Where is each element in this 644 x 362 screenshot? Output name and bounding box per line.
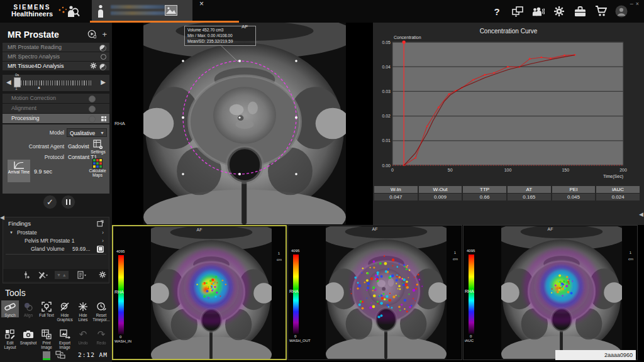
table-header: TTP	[463, 186, 506, 193]
rightpanel-collapse-icon[interactable]: ◀	[639, 211, 643, 217]
finding-row-pelvis[interactable]: Pelvis MR Prostate 1›	[3, 237, 109, 244]
iauc-map-image[interactable]	[501, 226, 622, 359]
workflow-title: MR Prostate	[8, 30, 59, 40]
ruler-value: 1	[278, 251, 280, 255]
wash-out-map-image[interactable]	[326, 226, 447, 359]
tool-align[interactable]: Align	[19, 300, 37, 317]
findings-popout-icon[interactable]	[97, 220, 104, 227]
processing-grid-icon[interactable]	[101, 116, 106, 121]
findings-settings-gear-icon[interactable]	[99, 271, 106, 278]
tool-full-text[interactable]: Full Text	[38, 300, 55, 317]
svg-text:0.03: 0.03	[382, 89, 391, 94]
substep-motion-correction[interactable]: Motion Correction	[3, 94, 109, 103]
status-bar: 2:12 AM	[0, 350, 112, 361]
chevron-down-icon: ▼	[100, 129, 104, 138]
window-controls[interactable]: –×	[630, 1, 641, 7]
ruler-unit: cm	[277, 258, 282, 261]
snapshot-camera-icon	[19, 328, 37, 341]
collaboration-users-icon[interactable]	[532, 5, 545, 18]
model-label: Model	[4, 129, 64, 136]
tool-export-image[interactable]: Export Image	[56, 328, 74, 349]
step-toggle[interactable]	[99, 45, 106, 52]
help-icon[interactable]: ?	[491, 5, 503, 18]
tool-synch[interactable]: Synch	[1, 300, 19, 317]
arrival-time-button[interactable]: Arrival Time	[8, 160, 30, 182]
user-avatar[interactable]	[615, 5, 628, 18]
add-step-icon[interactable]: +	[102, 30, 107, 39]
step-toggle[interactable]	[99, 63, 106, 70]
step-gear-icon[interactable]	[90, 62, 97, 69]
finding-row-prostate[interactable]: ▼Prostate›	[3, 229, 109, 236]
map-name-label: WASH_IN	[114, 339, 131, 343]
monitor-status-icon	[43, 351, 50, 360]
slider-next-icon[interactable]: ▶	[101, 79, 106, 85]
tool-redo[interactable]: ↷ Redo	[92, 328, 110, 345]
finding-row-gland-volume[interactable]: Gland Volume59.69...	[3, 245, 109, 253]
series-thumbnail-icon[interactable]	[165, 5, 177, 16]
map-viewer-iauc[interactable]: 4095 0 iAUC RHA AF 1 cm	[463, 225, 638, 360]
accept-button[interactable]: ✓	[43, 195, 57, 209]
svg-text:200: 200	[619, 168, 627, 172]
pdf-report-icon[interactable]	[77, 271, 87, 279]
tool-label: Undo	[78, 341, 87, 345]
shopping-cart-icon[interactable]	[594, 5, 607, 18]
full-text-icon	[38, 300, 55, 313]
svg-text:Concentration Curve: Concentration Curve	[480, 28, 538, 35]
tool-hide-graphics[interactable]: Hide Graphics	[56, 300, 74, 322]
tool-hide-lines[interactable]: Hide Lines	[74, 300, 92, 322]
add-measurement-icon[interactable]	[23, 271, 31, 279]
volume-icon[interactable]	[97, 246, 104, 253]
briefcase-icon[interactable]	[574, 5, 586, 18]
voi-circle-graphic[interactable]	[112, 23, 373, 224]
tab-close-icon[interactable]: ×	[199, 0, 204, 8]
wash-in-map-image[interactable]	[151, 227, 272, 359]
step-mr-spectro-analysis[interactable]: MR Spectro Analysis	[3, 52, 109, 61]
chevron-right-icon[interactable]: ›	[102, 237, 104, 244]
tree-caret-icon[interactable]: ▼	[9, 229, 13, 236]
substep-processing[interactable]: Processing	[3, 114, 109, 123]
findings-toolbar: ▼ ▲	[3, 269, 109, 282]
map-viewer-wash-in[interactable]: 4095 0 WASH_IN RHA AF 1 cm	[112, 225, 287, 360]
patient-tab[interactable]: ×	[92, 0, 192, 22]
step-label: MR Spectro Analysis	[8, 53, 60, 60]
lut-max-label: 4095	[291, 249, 299, 253]
patient-search-icon[interactable]	[65, 4, 80, 18]
pause-button[interactable]	[61, 195, 75, 209]
tool-undo[interactable]: ↶ Undo	[74, 328, 92, 345]
substep-label: Motion Correction	[11, 95, 56, 101]
svg-text:50: 50	[448, 168, 453, 172]
settings-gear-icon[interactable]	[553, 5, 565, 18]
slider-prev-icon[interactable]: ◀	[6, 79, 11, 85]
sidebar-collapse-icon[interactable]: ◀	[0, 214, 4, 221]
undo-icon: ↶	[74, 328, 92, 341]
tool-edit-layout[interactable]: Edit Layout	[1, 328, 19, 349]
slider-track[interactable]	[16, 80, 101, 86]
markup-tools-icon[interactable]	[38, 271, 48, 279]
tool-reset-timepoint[interactable]: Reset Timepoi...	[92, 300, 110, 322]
orientation-label-top: AF	[242, 24, 248, 30]
model-dropdown[interactable]: Qualitative▼	[67, 128, 107, 137]
tool-print-image[interactable]: Print Image	[38, 328, 55, 349]
substep-toggle[interactable]	[89, 96, 96, 102]
map-viewer-wash-out[interactable]: 4095 0 WASH_OUT RHA AF 1 cm	[287, 225, 462, 360]
run-workflow-icon[interactable]	[87, 30, 97, 39]
settings-button[interactable]: Settings	[88, 140, 108, 154]
calculate-maps-button[interactable]: Calculate Maps	[86, 158, 109, 178]
substep-alignment[interactable]: Alignment	[3, 104, 109, 113]
chevron-right-icon[interactable]: ›	[102, 229, 104, 236]
main-image-viewer[interactable]: Volume 452.70 cm3 Min / Max: 0.00 /4108.…	[112, 23, 373, 224]
substep-toggle[interactable]	[89, 116, 96, 123]
step-mr-prostate-reading[interactable]: MR Prostate Reading	[3, 43, 109, 52]
svg-text:100: 100	[504, 168, 512, 172]
step-toggle[interactable]	[101, 54, 106, 60]
substep-toggle[interactable]	[89, 106, 96, 112]
tool-label: Reset Timepoi...	[92, 313, 109, 322]
step-mr-tissue4d-analysis[interactable]: MR Tissue4D Analysis	[3, 62, 109, 70]
table-value: 0.009	[419, 194, 462, 200]
arrival-time-label: Arrival Time	[8, 170, 30, 174]
tool-snapshot[interactable]: Snapshot	[19, 328, 37, 345]
monitor-layout-icon[interactable]	[511, 5, 524, 18]
timepoint-slider[interactable]: ◀ ▶ 0s 1 ▲	[3, 75, 109, 91]
color-lut-bar	[293, 255, 299, 334]
svg-text:150: 150	[562, 168, 569, 172]
